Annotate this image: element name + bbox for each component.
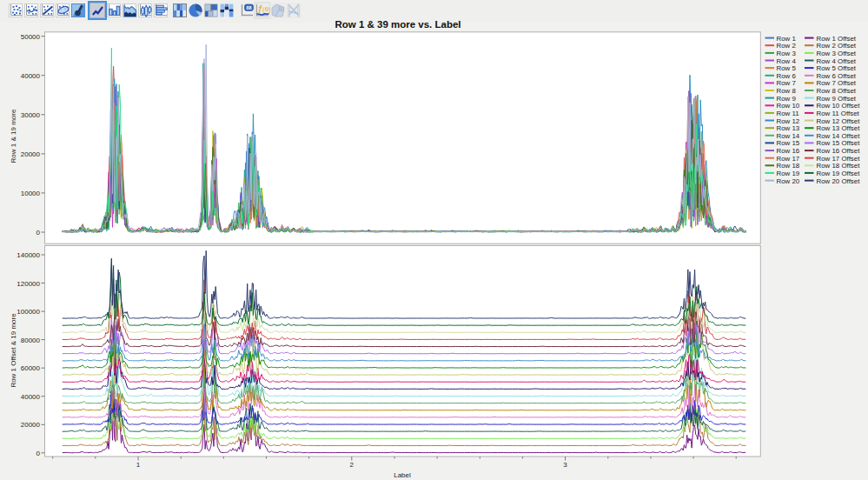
svg-text:0: 0 [36, 229, 41, 237]
svg-text:20000: 20000 [21, 421, 41, 429]
svg-text:Row 2: Row 2 [777, 42, 796, 50]
svg-text:Row 19 Offset: Row 19 Offset [817, 170, 861, 177]
svg-text:80000: 80000 [21, 337, 41, 344]
svg-text:Row 9: Row 9 [777, 95, 797, 103]
svg-text:40000: 40000 [21, 393, 41, 401]
svg-text:2: 2 [350, 461, 354, 469]
svg-text:Row 20 Offset: Row 20 Offset [817, 177, 861, 185]
svg-text:Row 20: Row 20 [777, 177, 800, 185]
svg-text:Row 2 Offset: Row 2 Offset [817, 42, 857, 50]
svg-text:60000: 60000 [21, 364, 41, 372]
svg-text:140000: 140000 [17, 251, 40, 259]
svg-text:Row 12: Row 12 [777, 117, 800, 125]
svg-text:Row 19: Row 19 [777, 170, 800, 177]
svg-text:100000: 100000 [17, 308, 40, 316]
svg-text:3: 3 [563, 461, 567, 469]
svg-text:88: 88 [246, 5, 251, 10]
svg-text:Row 9 Offset: Row 9 Offset [817, 95, 857, 103]
svg-text:(θ): (θ) [262, 5, 271, 13]
svg-text:Row 12 Offset: Row 12 Offset [817, 117, 861, 125]
svg-text:0: 0 [36, 450, 41, 457]
svg-text:120000: 120000 [17, 280, 40, 288]
svg-text:Row 15: Row 15 [777, 139, 800, 147]
svg-text:Row 1 & 19 more: Row 1 & 19 more [10, 109, 17, 163]
svg-text:20000: 20000 [21, 150, 41, 158]
svg-text:50000: 50000 [21, 33, 41, 41]
svg-text:Row 1 & 39 more vs. Label: Row 1 & 39 more vs. Label [335, 19, 461, 30]
svg-text:Label: Label [394, 471, 411, 479]
svg-text:Row 5 Offset: Row 5 Offset [817, 64, 857, 72]
svg-text:Row 1 Offset & 19 more: Row 1 Offset & 19 more [10, 313, 17, 388]
svg-text:Row 5: Row 5 [777, 64, 797, 72]
svg-text:Row 15 Offset: Row 15 Offset [817, 139, 861, 147]
svg-text:40000: 40000 [21, 72, 41, 80]
svg-text:30000: 30000 [21, 111, 41, 119]
svg-text:1: 1 [136, 461, 141, 469]
svg-text:10000: 10000 [21, 190, 41, 197]
